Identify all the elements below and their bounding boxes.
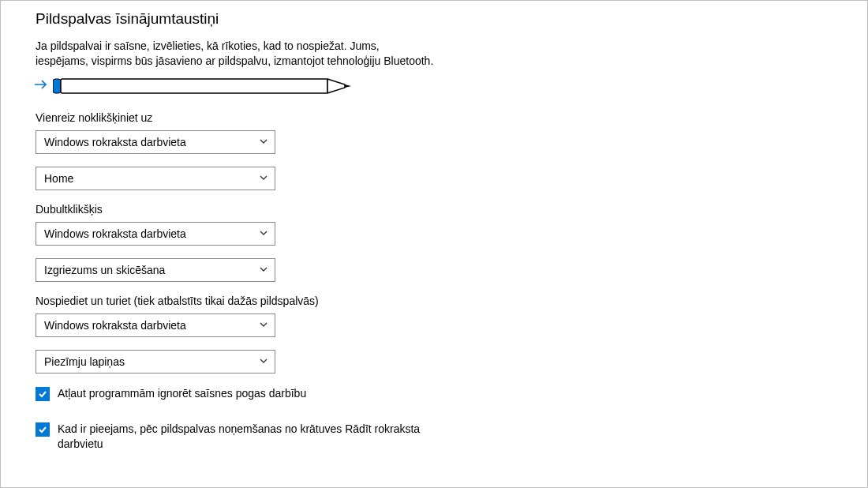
- show-ink-workspace-after-removal-label: Kad ir pieejams, pēc pildspalvas noņemša…: [58, 422, 452, 452]
- select-value: Windows rokraksta darbvieta: [44, 136, 186, 148]
- show-ink-workspace-after-removal-row: Kad ir pieejams, pēc pildspalvas noņemša…: [36, 422, 867, 452]
- select-value: Windows rokraksta darbvieta: [44, 227, 186, 240]
- double-click-primary-select[interactable]: Windows rokraksta darbvieta: [36, 222, 275, 246]
- select-value: Windows rokraksta darbvieta: [44, 319, 186, 332]
- chevron-down-icon: [259, 264, 268, 276]
- svg-rect-1: [61, 79, 327, 93]
- arrow-right-icon: [34, 79, 48, 92]
- pen-icon: [53, 77, 353, 96]
- allow-apps-override-shortcut-label: Atļaut programmām ignorēt saīsnes pogas …: [58, 386, 306, 401]
- allow-apps-override-shortcut-checkbox[interactable]: [36, 387, 50, 401]
- double-click-label: Dubultklikšķis: [36, 203, 867, 216]
- check-icon: [37, 424, 48, 435]
- chevron-down-icon: [259, 355, 268, 368]
- svg-rect-0: [53, 79, 61, 93]
- single-click-secondary-select[interactable]: Home: [36, 167, 275, 190]
- single-click-primary-select[interactable]: Windows rokraksta darbvieta: [36, 130, 275, 154]
- allow-apps-override-shortcut-row: Atļaut programmām ignorēt saīsnes pogas …: [36, 386, 867, 401]
- press-hold-primary-select[interactable]: Windows rokraksta darbvieta: [36, 313, 275, 337]
- settings-pane: Pildspalvas īsinājumtaustiņi Ja pildspal…: [0, 0, 868, 488]
- chevron-down-icon: [259, 136, 268, 148]
- description-line2: iespējams, vispirms būs jāsavieno ar pil…: [36, 54, 433, 67]
- show-ink-workspace-after-removal-checkbox[interactable]: [36, 422, 50, 437]
- single-click-label: Vienreiz noklikšķiniet uz: [36, 111, 867, 124]
- pen-illustration-row: [34, 77, 867, 96]
- double-click-secondary-select[interactable]: Izgriezums un skicēšana: [36, 258, 275, 282]
- check-icon: [37, 389, 48, 400]
- description-line1: Ja pildspalvai ir saīsne, izvēlieties, k…: [36, 39, 380, 52]
- description-text: Ja pildspalvai ir saīsne, izvēlieties, k…: [36, 39, 462, 69]
- page-title: Pildspalvas īsinājumtaustiņi: [36, 10, 867, 28]
- chevron-down-icon: [259, 319, 268, 332]
- select-value: Izgriezums un skicēšana: [44, 264, 165, 276]
- chevron-down-icon: [259, 172, 268, 185]
- chevron-down-icon: [259, 227, 268, 240]
- press-hold-secondary-select[interactable]: Piezīmju lapiņas: [36, 350, 275, 374]
- press-hold-label: Nospiediet un turiet (tiek atbalstīts ti…: [36, 295, 867, 307]
- select-value: Home: [44, 172, 73, 185]
- select-value: Piezīmju lapiņas: [44, 355, 125, 368]
